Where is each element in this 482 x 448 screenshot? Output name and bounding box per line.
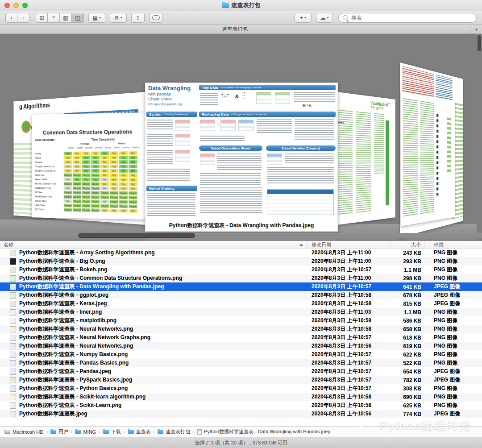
ds-complexity-chip: O(n)	[110, 187, 118, 190]
code-lines	[200, 173, 261, 185]
file-row[interactable]: Python数据科学速查表 - Scikit-Learn.png2020年8月3…	[0, 401, 482, 410]
file-row[interactable]: Python数据科学速查表 - Keras.jpeg2020年8月3日 上午10…	[0, 299, 482, 308]
coverflow-item-data-structures[interactable]: Common Data Structure Operations Data St…	[32, 112, 147, 220]
view-icons-button[interactable]: ⊞	[36, 13, 48, 23]
edit-tags-button[interactable]	[149, 13, 162, 23]
code-lines	[257, 119, 292, 134]
new-tab-button[interactable]: +	[470, 25, 482, 33]
file-row[interactable]: Python数据科学速查表 - Common Data Structure Op…	[0, 274, 482, 282]
file-row[interactable]: Python数据科学速查表 - Python Basics.png2020年8月…	[0, 384, 482, 393]
file-row[interactable]: Python数据科学速查表 - Neural Networks.png2020年…	[0, 325, 482, 333]
search-field[interactable]	[338, 13, 477, 23]
zoom-button[interactable]	[22, 3, 28, 8]
tiny-text	[420, 101, 434, 216]
ds-complexity-chip: O(log(n))	[110, 195, 118, 199]
file-kind: JPEG 图像	[425, 410, 482, 418]
action-button[interactable]: ⚙ ▾	[110, 13, 127, 23]
file-row[interactable]: Python数据科学速查表 - Bokeh.png2020年8月3日 上午10:…	[0, 265, 482, 274]
search-input[interactable]	[350, 14, 472, 21]
file-icon	[197, 429, 202, 435]
file-thumbnail-icon	[10, 335, 16, 341]
ds-complexity-chip: O(log(n))	[73, 182, 81, 186]
file-size: 782 KB	[391, 376, 425, 384]
view-coverflow-button[interactable]: ◫	[72, 13, 84, 23]
file-row[interactable]: Python数据科学速查表 - liner.png2020年8月3日 上午11:…	[0, 308, 482, 316]
ds-complexity-chip: O(n)	[73, 165, 81, 168]
path-item[interactable]: Python数据科学速查表 - Data Wrangling with Pand…	[197, 428, 330, 435]
path-bar: Macintosh HD›用户›MING›下载›速查表›速查表打包›Python…	[0, 426, 482, 437]
path-item[interactable]: 速查表打包	[158, 428, 190, 435]
code-lines	[200, 136, 245, 142]
forward-button[interactable]: ›	[17, 13, 29, 23]
ds-complexity-chip: O(log(n))	[110, 200, 118, 203]
file-row[interactable]: Python数据科学速查表 - Big O.png2020年8月3日 上午11:…	[0, 257, 482, 265]
ds-complexity-chip: O(log(n))	[64, 195, 72, 199]
file-row[interactable]: Python数据科学速查表 - Neural Network Graphs.pn…	[0, 333, 482, 342]
file-size: 618 KB	[391, 333, 425, 342]
coverflow-item-selected[interactable]: Data Wrangling with pandas Cheat Sheet h…	[145, 83, 338, 232]
file-row[interactable]: Python数据科学速查表 - Array Sorting Algorithms…	[0, 249, 482, 257]
file-date: 2020年8月3日 上午10:57	[308, 282, 391, 291]
file-kind: JPEG 图像	[425, 299, 482, 308]
file-row[interactable]: Python数据科学速查表 - Neural Networks.png2020年…	[0, 342, 482, 350]
coverflow-scrollbar-track[interactable]	[0, 233, 482, 238]
ds-complexity-chip: O(n)	[64, 169, 72, 173]
column-header-name[interactable]: 名称	[0, 241, 308, 248]
ds-complexity-chip: O(n)	[110, 174, 118, 177]
path-item[interactable]: 下载	[103, 428, 121, 435]
file-row[interactable]: Python数据科学速查表 - Pandas Basics.png2020年8月…	[0, 359, 482, 367]
file-row[interactable]: Python数据科学速查表 - Numpy Basics.png2020年8月3…	[0, 350, 482, 359]
minimize-button[interactable]	[13, 3, 19, 8]
window-title-group: 速查表打包	[222, 1, 261, 9]
ds-complexity-chip: O(n)	[110, 165, 118, 168]
coverflow-item-ggplot-geoms[interactable]	[401, 91, 455, 226]
new-item-button[interactable]: + ▾	[295, 13, 312, 23]
column-header-kind[interactable]: 种类	[425, 241, 482, 248]
ds-complexity-chip: O(log(n))	[91, 200, 100, 203]
mini-table	[256, 92, 271, 104]
file-size: 678 KB	[391, 291, 425, 299]
ds-row-label: Cartesian Tree	[32, 187, 64, 189]
ds-complexity-chip: N/A	[100, 200, 109, 203]
file-name: Python数据科学速查表 - Scikit-learn algorithm.p…	[19, 393, 145, 401]
ds-complexity-chip: O(log(n))	[129, 200, 137, 204]
column-header-size[interactable]: 大小	[391, 241, 425, 248]
path-item[interactable]: MING	[75, 429, 96, 435]
coverflow-item-ggplot[interactable]: Visualization with ggplot2 Studio Basics	[334, 91, 395, 225]
plus-icon: +	[300, 15, 303, 21]
ds-complexity-chip: O(log(n))	[64, 182, 72, 186]
share-button[interactable]: ⇧	[131, 13, 145, 23]
file-row[interactable]: Python数据科学速查表 - PySpark Basics.jpeg2020年…	[0, 376, 482, 384]
mini-table	[220, 120, 236, 131]
code-lines	[147, 120, 173, 131]
file-thumbnail-icon	[10, 377, 16, 383]
column-header-date[interactable]: 修改日期	[308, 241, 391, 248]
ds-complexity-chip: O(n)	[73, 152, 81, 155]
ds-complexity-chip: O(n)	[129, 209, 137, 212]
path-item[interactable]: 速查表	[128, 428, 151, 435]
ggplot-sheet-title: Visualization with ggplot2	[371, 100, 388, 111]
file-row[interactable]: Python数据科学速查表 - ggplot.jpeg2020年8月3日 上午1…	[0, 291, 482, 299]
file-row[interactable]: Python数据科学速查表 - Scikit-learn algorithm.p…	[0, 393, 482, 401]
close-button[interactable]	[4, 3, 10, 8]
file-row[interactable]: Python数据科学速查表.jpeg2020年8月3日 上午10:56774 K…	[0, 410, 482, 418]
ds-complexity-chip: O(n)	[64, 165, 72, 168]
file-kind: PNG 图像	[425, 257, 482, 265]
quick-actions-button[interactable]: ☁ ▾	[316, 13, 333, 23]
ds-complexity-chip: O(log(n))	[73, 191, 81, 195]
back-button[interactable]: ‹	[5, 13, 17, 23]
ds-complexity-chip: O(log(n))	[82, 187, 91, 190]
ds-complexity-chip: O(n)	[100, 208, 109, 212]
view-list-button[interactable]: ≡	[48, 13, 60, 23]
vertical-scrollbar-thumb[interactable]	[478, 35, 481, 51]
path-item[interactable]: Macintosh HD	[4, 429, 43, 435]
tab-current-folder[interactable]: 速查表打包	[0, 25, 470, 33]
file-row[interactable]: Python数据科学速查表 - matplotlib.png2020年8月3日 …	[0, 316, 482, 325]
coverflow-scrollbar-thumb[interactable]	[78, 233, 195, 238]
ds-complexity-chip: O(n)	[119, 183, 128, 186]
path-item[interactable]: 用户	[50, 428, 68, 435]
view-columns-button[interactable]: ▥	[60, 13, 72, 23]
arrange-button[interactable]: ▤ ▾	[88, 13, 105, 23]
file-row[interactable]: Python数据科学速查表 - Pandas.jpeg2020年8月3日 上午1…	[0, 367, 482, 376]
file-row[interactable]: Python数据科学速查表 - Data Wrangling with Pand…	[0, 282, 482, 291]
